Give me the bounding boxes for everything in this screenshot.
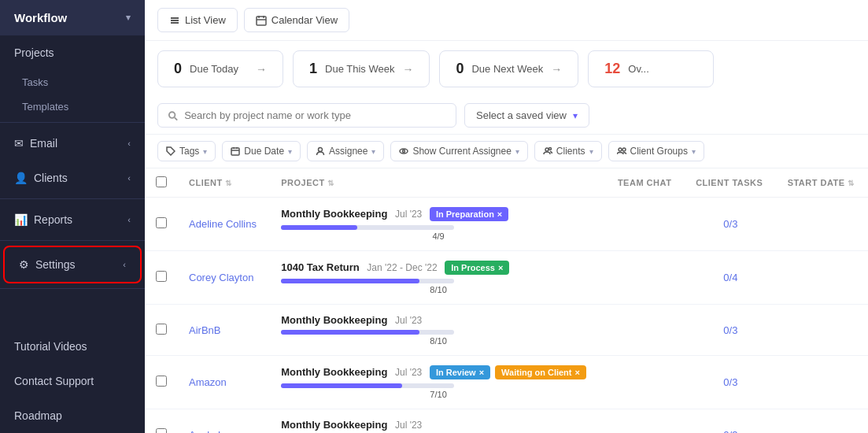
row-checkbox-cell <box>145 198 178 251</box>
stat-due-today[interactable]: 0 Due Today → <box>157 50 283 87</box>
search-input[interactable] <box>184 109 446 121</box>
chevron-left-icon-2: ‹ <box>127 173 131 183</box>
svg-point-16 <box>545 148 549 151</box>
sidebar-item-settings[interactable]: ⚙ Settings ‹ <box>5 247 140 282</box>
stat-label-due-next-week: Due Next Week <box>471 63 543 75</box>
sidebar-divider-2 <box>0 198 145 199</box>
sidebar-divider-4 <box>0 288 145 289</box>
cell-team-chat-3 <box>607 356 685 409</box>
stat-number-overdue: 12 <box>604 61 620 77</box>
filter-assignee[interactable]: Assignee ▾ <box>307 141 384 161</box>
cell-client-tasks-4: 0/3 <box>685 409 777 434</box>
arrow-icon-2: → <box>402 63 413 76</box>
cell-project-3: Monthly Bookkeeping Jul '23 In Review ×W… <box>270 356 607 409</box>
row-checkbox-3[interactable] <box>156 376 167 387</box>
progress-label-2: 8/10 <box>281 336 596 346</box>
svg-point-19 <box>622 148 626 151</box>
row-checkbox-cell <box>145 305 178 356</box>
badge-close-icon[interactable]: × <box>498 263 503 272</box>
select-all-checkbox[interactable] <box>156 176 167 187</box>
client-name-4[interactable]: Apple Inc. <box>189 429 235 434</box>
row-checkbox-cell <box>145 251 178 305</box>
progress-bar-0 <box>281 225 357 230</box>
clients-icon-filter <box>543 146 552 156</box>
sidebar-divider-1 <box>0 122 145 123</box>
filter-tags[interactable]: Tags ▾ <box>157 141 216 161</box>
projects-label: Projects <box>14 46 54 59</box>
cell-team-chat-4 <box>607 409 685 434</box>
search-box[interactable] <box>157 103 456 128</box>
reports-icon: 📊 <box>14 213 28 226</box>
list-view-button[interactable]: List View <box>157 8 238 32</box>
client-name-0[interactable]: Adeline Collins <box>189 218 257 230</box>
project-date-4: Jul '23 <box>395 420 422 431</box>
client-name-3[interactable]: Amazon <box>189 376 227 388</box>
filter-show-current-assignee[interactable]: Show Current Assignee ▾ <box>390 141 527 161</box>
row-checkbox-0[interactable] <box>156 217 167 228</box>
cell-client-tasks-1: 0/4 <box>685 251 777 305</box>
sidebar-item-projects[interactable]: Projects <box>0 35 145 70</box>
stat-number-due-week: 1 <box>309 61 317 77</box>
filter-client-groups[interactable]: Client Groups ▾ <box>608 141 704 161</box>
sidebar-item-reports[interactable]: 📊 Reports ‹ <box>0 202 145 237</box>
stat-due-this-week[interactable]: 1 Due This Week → <box>293 50 430 87</box>
cell-start-date-4 <box>777 409 868 434</box>
badge-close-icon[interactable]: × <box>575 368 580 377</box>
sidebar-item-clients[interactable]: 👤 Clients ‹ <box>0 161 145 195</box>
client-name-1[interactable]: Corey Clayton <box>189 272 253 283</box>
sidebar: Workflow ▾ Projects Tasks Templates ✉ Em… <box>0 0 145 433</box>
table-container: CLIENT ⇅ PROJECT ⇅ TEAM CHAT CLIENT TASK… <box>145 168 868 433</box>
cell-project-0: Monthly Bookkeeping Jul '23 In Preparati… <box>270 198 607 251</box>
svg-point-18 <box>619 148 622 151</box>
cell-client-3: Amazon <box>178 356 270 409</box>
row-checkbox-1[interactable] <box>156 271 167 282</box>
badge-close-icon[interactable]: × <box>479 368 484 377</box>
cell-client-0: Adeline Collins <box>178 198 270 251</box>
workflow-label: Workflow <box>14 11 67 24</box>
sidebar-item-email[interactable]: ✉ Email ‹ <box>0 126 145 161</box>
topbar: List View Calendar View <box>145 0 868 41</box>
svg-point-15 <box>403 150 405 153</box>
sort-icon-project: ⇅ <box>327 179 334 187</box>
filter-due-date[interactable]: Due Date ▾ <box>222 141 301 161</box>
sidebar-item-workflow[interactable]: Workflow ▾ <box>0 0 145 35</box>
row-checkbox-2[interactable] <box>156 324 167 335</box>
cell-start-date-3 <box>777 356 868 409</box>
row-checkbox-4[interactable] <box>156 428 167 434</box>
project-date-1: Jan '22 - Dec '22 <box>367 262 437 273</box>
table-row: Amazon Monthly Bookkeeping Jul '23 In Re… <box>145 356 868 409</box>
sidebar-item-tutorial-videos[interactable]: Tutorial Videos <box>0 329 145 364</box>
project-date-0: Jul '23 <box>395 209 422 220</box>
stat-overdue[interactable]: 12 Ov... <box>588 50 714 87</box>
badge-close-icon[interactable]: × <box>497 209 502 219</box>
status-badge: In Preparation × <box>430 207 508 221</box>
sidebar-item-tasks[interactable]: Tasks <box>0 70 145 94</box>
cell-start-date-1 <box>777 251 868 305</box>
filter-clients[interactable]: Clients ▾ <box>534 141 602 161</box>
cell-team-chat-0 <box>607 198 685 251</box>
row-checkbox-cell <box>145 409 178 434</box>
project-date-2: Jul '23 <box>395 315 422 326</box>
project-name-3: Monthly Bookkeeping <box>281 366 387 378</box>
client-name-2[interactable]: AirBnB <box>189 324 220 336</box>
svg-point-7 <box>169 112 175 118</box>
stat-due-next-week[interactable]: 0 Due Next Week → <box>439 50 578 87</box>
svg-point-17 <box>549 148 551 150</box>
sidebar-item-contact-support[interactable]: Contact Support <box>0 364 145 398</box>
projects-table: CLIENT ⇅ PROJECT ⇅ TEAM CHAT CLIENT TASK… <box>145 168 868 433</box>
calendar-view-button[interactable]: Calendar View <box>244 8 349 32</box>
status-badge: In Review × <box>430 365 490 379</box>
sidebar-item-templates[interactable]: Templates <box>0 94 145 119</box>
header-start-date: START DATE ⇅ <box>777 168 868 198</box>
sidebar-bottom: Tutorial Videos Contact Support Roadmap <box>0 329 145 433</box>
stat-number-due-next-week: 0 <box>456 61 464 77</box>
calendar-icon-filter <box>231 146 240 156</box>
chevron-down-current-assignee: ▾ <box>515 147 519 156</box>
stat-label-due-week: Due This Week <box>325 63 394 75</box>
saved-view-dropdown[interactable]: Select a saved view ▾ <box>464 103 589 128</box>
cell-client-tasks-0: 0/3 <box>685 198 777 251</box>
sidebar-item-roadmap[interactable]: Roadmap <box>0 398 145 433</box>
project-name-1: 1040 Tax Return <box>281 261 359 273</box>
calendar-icon <box>256 15 267 26</box>
email-icon: ✉ <box>14 137 24 150</box>
